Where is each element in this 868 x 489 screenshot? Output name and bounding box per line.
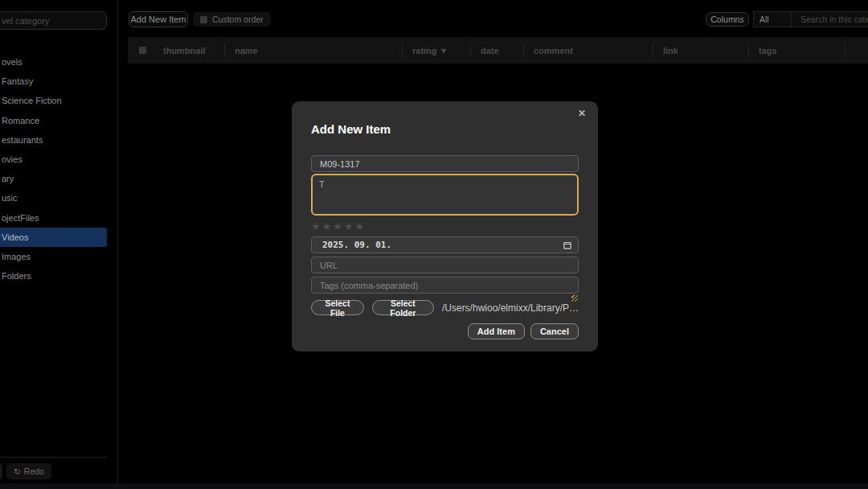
tags-input[interactable] bbox=[311, 277, 579, 294]
sidebar-item-music[interactable]: usic bbox=[0, 188, 107, 208]
category-list: ovels Fantasy Science Fiction Romance es… bbox=[0, 52, 107, 286]
sidebar-item-movies[interactable]: ovies bbox=[0, 150, 107, 169]
sidebar-item-romance[interactable]: Romance bbox=[0, 111, 107, 130]
item-name-input[interactable] bbox=[311, 155, 579, 172]
column-name[interactable]: name bbox=[225, 37, 403, 64]
sidebar-item-science-fiction[interactable]: Science Fiction bbox=[0, 91, 107, 110]
redo-label: Redo bbox=[24, 466, 44, 476]
status-bar bbox=[0, 483, 868, 489]
date-value: 2025. 09. 01. bbox=[312, 240, 563, 250]
select-all-cell bbox=[128, 37, 158, 64]
sidebar-item-projectfiles[interactable]: ojectFiles bbox=[0, 208, 107, 228]
select-folder-button[interactable]: Select Folder bbox=[372, 300, 434, 315]
column-extra bbox=[845, 37, 868, 64]
sidebar-item-images[interactable]: Images bbox=[0, 247, 107, 266]
custom-order-toggle[interactable]: Custom order bbox=[193, 12, 271, 27]
date-input[interactable]: 2025. 09. 01. bbox=[311, 236, 579, 253]
close-icon[interactable]: ✕ bbox=[578, 109, 586, 118]
dialog-title: Add New Item bbox=[311, 122, 579, 136]
column-thumbnail[interactable]: thumbnail bbox=[158, 37, 225, 64]
add-item-button[interactable]: Add Item bbox=[468, 323, 525, 339]
dialog-actions: Add Item Cancel bbox=[311, 323, 579, 339]
cancel-button[interactable]: Cancel bbox=[530, 323, 579, 339]
sidebar-item-videos[interactable]: Videos bbox=[0, 228, 107, 247]
calendar-icon[interactable] bbox=[563, 241, 571, 249]
redo-icon: ↻ bbox=[14, 466, 21, 476]
table-header: thumbnail name rating ▼ date comment lin… bbox=[128, 37, 868, 64]
url-input[interactable] bbox=[311, 257, 579, 273]
redo-button[interactable]: ↻ Redo bbox=[6, 463, 51, 479]
category-search-input[interactable] bbox=[0, 11, 107, 30]
custom-order-checkbox[interactable] bbox=[200, 16, 207, 23]
add-new-item-button[interactable]: Add New Item bbox=[129, 11, 188, 27]
select-file-button[interactable]: Select File bbox=[311, 300, 364, 315]
column-comment[interactable]: comment bbox=[524, 37, 653, 64]
comment-textarea[interactable]: T bbox=[311, 174, 579, 216]
column-link[interactable]: link bbox=[653, 37, 749, 64]
column-tags[interactable]: tags bbox=[749, 37, 845, 64]
filter-select[interactable]: All bbox=[753, 11, 792, 27]
select-all-checkbox[interactable] bbox=[139, 47, 146, 54]
sidebar-item-novels[interactable]: ovels bbox=[0, 52, 107, 72]
sidebar-footer-divider bbox=[0, 457, 107, 458]
column-date[interactable]: date bbox=[471, 37, 524, 64]
selected-path: /Users/hwioo/elmixx/Library/P… bbox=[442, 302, 579, 314]
partial-undo-button[interactable] bbox=[0, 463, 2, 479]
columns-button[interactable]: Columns bbox=[706, 12, 749, 27]
sidebar-item-restaurants[interactable]: estaurants bbox=[0, 130, 107, 150]
sidebar-item-ary[interactable]: ary bbox=[0, 169, 107, 188]
add-new-item-dialog: ✕ Add New Item T ★★★★★ 2025. 09. 01. Sel… bbox=[292, 101, 598, 351]
sidebar-item-fantasy[interactable]: Fantasy bbox=[0, 72, 107, 91]
sidebar-item-folders[interactable]: Folders bbox=[0, 266, 107, 286]
sidebar-border bbox=[117, 0, 118, 483]
search-input[interactable] bbox=[791, 11, 868, 27]
custom-order-label: Custom order bbox=[212, 14, 264, 24]
star-rating[interactable]: ★★★★★ bbox=[311, 221, 579, 232]
column-rating-sorted[interactable]: rating ▼ bbox=[403, 37, 471, 64]
file-picker-row: Select File Select Folder /Users/hwioo/e… bbox=[311, 300, 579, 315]
